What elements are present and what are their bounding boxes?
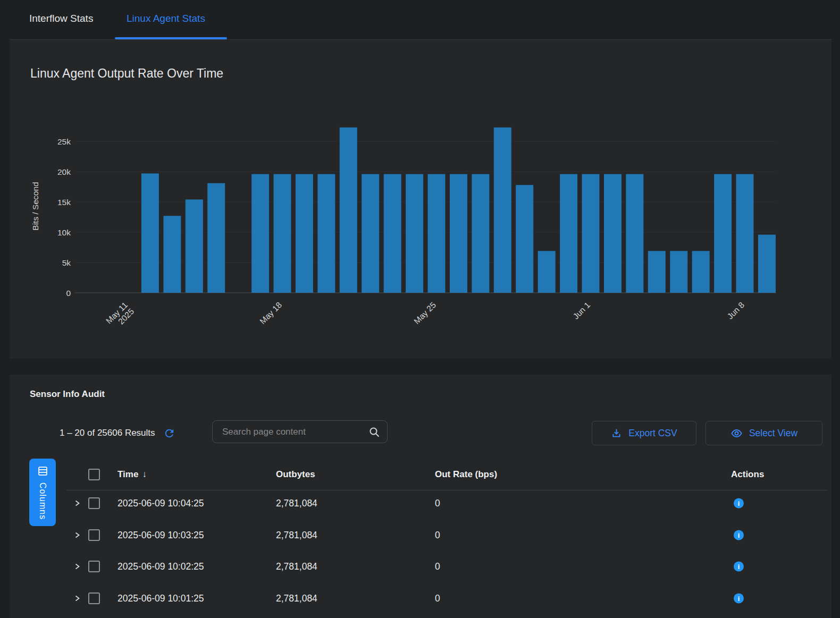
info-icon[interactable]: i [734, 530, 744, 540]
chart-bar [340, 128, 357, 293]
cell-time: 2025-06-09 10:04:25 [117, 498, 204, 509]
chart-bar [384, 174, 401, 293]
chart-bar [560, 174, 577, 293]
search-icon [368, 426, 381, 438]
cell-outbytes: 2,781,084 [276, 593, 317, 604]
chart-bar [207, 183, 225, 293]
tab-interflow-stats[interactable]: Interflow Stats [29, 0, 93, 37]
info-icon[interactable]: i [734, 562, 744, 572]
refresh-icon [163, 427, 175, 439]
table-row: 2025-06-09 10:02:25 2,781,084 0 i [10, 551, 831, 582]
chart-bar [670, 251, 687, 293]
cell-out-rate: 0 [435, 498, 440, 509]
chart-bar [582, 174, 600, 293]
y-tick-label: 15k [57, 198, 71, 207]
table-header-row: Time ↓ Outbytes Out Rate (bps) Actions [10, 461, 831, 488]
cell-time: 2025-06-09 10:02:25 [117, 561, 204, 572]
cell-out-rate: 0 [435, 561, 440, 572]
x-tick-label: Jun 8 [725, 300, 746, 321]
chart-panel: 05k10k15k20k25kBits / SecondMay 112025Ma… [10, 39, 831, 359]
table-row: 2025-06-09 10:03:25 2,781,084 0 i [10, 519, 831, 551]
refresh-button[interactable] [163, 427, 176, 439]
info-icon[interactable]: i [734, 594, 744, 604]
chart-bar [141, 173, 159, 293]
output-rate-chart: 05k10k15k20k25kBits / SecondMay 112025Ma… [10, 40, 831, 359]
top-tab-bar: Interflow Stats Linux Agent Stats [0, 0, 840, 39]
y-tick-label: 25k [57, 137, 71, 146]
chart-title: Linux Agent Output Rate Over Time [30, 66, 223, 81]
row-expand-chevron-icon[interactable] [72, 562, 82, 571]
cell-out-rate: 0 [435, 530, 440, 541]
info-icon[interactable]: i [734, 498, 744, 509]
column-header-actions: Actions [731, 469, 764, 480]
chart-bar [626, 174, 643, 293]
cell-time: 2025-06-09 10:03:25 [117, 530, 204, 541]
column-header-outbytes[interactable]: Outbytes [276, 469, 315, 480]
time-header-label: Time [117, 469, 138, 480]
chart-bar [317, 174, 335, 293]
x-tick-label: Jun 1 [571, 300, 592, 321]
y-axis-label: Bits / Second [31, 182, 40, 230]
chart-bar [494, 128, 511, 293]
chart-bar [406, 174, 423, 293]
row-checkbox[interactable] [88, 529, 100, 541]
chart-bar [163, 216, 181, 293]
eye-icon [730, 427, 743, 439]
chart-bar [472, 174, 489, 293]
export-csv-button[interactable]: Export CSV [592, 421, 696, 445]
cell-outbytes: 2,781,084 [276, 530, 317, 541]
chart-bar [648, 251, 666, 293]
x-tick-label: May 18 [258, 300, 283, 326]
results-summary-row: 1 – 20 of 25606 Results [60, 425, 176, 441]
row-checkbox[interactable] [88, 497, 100, 509]
chart-bar [362, 174, 379, 293]
select-all-checkbox[interactable] [88, 469, 100, 480]
cell-time: 2025-06-09 10:01:25 [117, 593, 204, 604]
chart-bar [736, 174, 754, 293]
search-submit-button[interactable] [368, 426, 381, 438]
chart-bar [186, 199, 203, 293]
x-tick-label: May 25 [412, 300, 438, 326]
export-csv-label: Export CSV [628, 428, 677, 439]
row-expand-chevron-icon[interactable] [72, 530, 82, 540]
row-expand-chevron-icon[interactable] [72, 498, 82, 508]
column-header-time[interactable]: Time ↓ [117, 469, 147, 480]
column-header-out-rate[interactable]: Out Rate (bps) [435, 469, 497, 480]
cell-outbytes: 2,781,084 [276, 498, 317, 509]
row-checkbox[interactable] [88, 592, 100, 604]
search-input[interactable] [221, 426, 368, 438]
chart-bar [516, 185, 533, 293]
chart-bar [296, 174, 313, 293]
sort-desc-icon: ↓ [142, 469, 147, 480]
y-tick-label: 5k [62, 258, 71, 267]
y-tick-label: 0 [66, 289, 71, 298]
row-expand-chevron-icon[interactable] [72, 594, 82, 603]
chart-bar [692, 251, 710, 293]
chart-bar [758, 235, 776, 293]
y-tick-label: 20k [57, 167, 71, 176]
table-row: 2025-06-09 10:04:25 2,781,084 0 i [10, 487, 831, 519]
section-title: Sensor Info Audit [30, 389, 105, 400]
chart-bar [604, 174, 621, 293]
results-count: 1 – 20 of 25606 Results [60, 428, 155, 438]
chart-bar [274, 174, 291, 293]
chart-bar [428, 174, 446, 293]
search-box [212, 420, 388, 443]
sensor-info-audit-panel: Sensor Info Audit 1 – 20 of 25606 Result… [10, 375, 831, 618]
chart-bar [450, 174, 467, 293]
y-tick-label: 10k [57, 228, 71, 237]
tab-linux-agent-stats[interactable]: Linux Agent Stats [127, 0, 205, 37]
row-checkbox[interactable] [88, 561, 100, 572]
select-view-button[interactable]: Select View [705, 421, 822, 445]
download-icon [611, 428, 622, 439]
chart-bar [714, 174, 732, 293]
cell-outbytes: 2,781,084 [276, 561, 317, 572]
x-tick-label: May 112025 [104, 300, 136, 332]
chart-bar [538, 251, 556, 293]
cell-out-rate: 0 [435, 593, 440, 604]
chart-bar [251, 174, 269, 293]
table-row: 2025-06-09 10:01:25 2,781,084 0 i [10, 582, 831, 614]
select-view-label: Select View [749, 428, 797, 439]
